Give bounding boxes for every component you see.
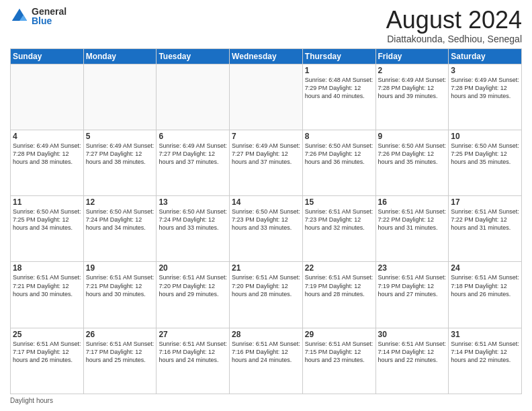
logo-general: General: [32, 7, 66, 16]
calendar-cell: 16Sunrise: 6:51 AM Sunset: 7:22 PM Dayli…: [375, 196, 449, 262]
day-number: 10: [451, 132, 519, 141]
day-info: Sunrise: 6:48 AM Sunset: 7:29 PM Dayligh…: [305, 76, 373, 100]
day-number: 17: [451, 197, 519, 207]
calendar-cell: 4Sunrise: 6:49 AM Sunset: 7:28 PM Daylig…: [11, 130, 84, 195]
calendar-cell: [83, 64, 157, 130]
day-info: Sunrise: 6:49 AM Sunset: 7:27 PM Dayligh…: [232, 142, 300, 166]
logo: General Blue: [10, 7, 66, 26]
header-tuesday: Tuesday: [157, 48, 230, 64]
calendar-cell: 1Sunrise: 6:48 AM Sunset: 7:29 PM Daylig…: [302, 64, 375, 130]
calendar-cell: 12Sunrise: 6:50 AM Sunset: 7:24 PM Dayli…: [83, 196, 157, 262]
day-number: 14: [232, 197, 300, 207]
day-number: 28: [232, 330, 300, 339]
calendar-cell: 6Sunrise: 6:49 AM Sunset: 7:27 PM Daylig…: [157, 130, 230, 195]
day-number: 31: [451, 330, 519, 339]
calendar-cell: 7Sunrise: 6:49 AM Sunset: 7:27 PM Daylig…: [230, 130, 303, 195]
calendar-cell: 31Sunrise: 6:51 AM Sunset: 7:14 PM Dayli…: [449, 328, 522, 394]
calendar-header-row: Sunday Monday Tuesday Wednesday Thursday…: [11, 48, 522, 64]
calendar-cell: 23Sunrise: 6:51 AM Sunset: 7:19 PM Dayli…: [375, 262, 449, 328]
day-number: 20: [159, 263, 227, 273]
day-info: Sunrise: 6:51 AM Sunset: 7:16 PM Dayligh…: [232, 340, 300, 364]
day-number: 11: [13, 197, 81, 207]
calendar-week-3: 18Sunrise: 6:51 AM Sunset: 7:21 PM Dayli…: [11, 262, 522, 328]
header-saturday: Saturday: [449, 48, 522, 64]
day-number: 3: [451, 66, 519, 75]
calendar-cell: 8Sunrise: 6:50 AM Sunset: 7:26 PM Daylig…: [302, 130, 375, 195]
day-info: Sunrise: 6:50 AM Sunset: 7:25 PM Dayligh…: [451, 142, 519, 166]
day-info: Sunrise: 6:51 AM Sunset: 7:16 PM Dayligh…: [159, 340, 227, 364]
calendar-cell: 25Sunrise: 6:51 AM Sunset: 7:17 PM Dayli…: [11, 328, 84, 394]
calendar-cell: 11Sunrise: 6:50 AM Sunset: 7:25 PM Dayli…: [11, 196, 84, 262]
day-info: Sunrise: 6:50 AM Sunset: 7:26 PM Dayligh…: [305, 142, 373, 166]
calendar-week-2: 11Sunrise: 6:50 AM Sunset: 7:25 PM Dayli…: [11, 196, 522, 262]
day-info: Sunrise: 6:50 AM Sunset: 7:24 PM Dayligh…: [159, 208, 227, 232]
calendar-cell: 27Sunrise: 6:51 AM Sunset: 7:16 PM Dayli…: [157, 328, 230, 394]
calendar-week-4: 25Sunrise: 6:51 AM Sunset: 7:17 PM Dayli…: [11, 328, 522, 394]
calendar-cell: 18Sunrise: 6:51 AM Sunset: 7:21 PM Dayli…: [11, 262, 84, 328]
header-sunday: Sunday: [11, 48, 84, 64]
header-monday: Monday: [83, 48, 157, 64]
day-info: Sunrise: 6:51 AM Sunset: 7:19 PM Dayligh…: [378, 273, 447, 298]
day-number: 9: [378, 132, 447, 141]
logo-blue: Blue: [32, 16, 66, 26]
calendar-title: August 2024: [386, 7, 522, 34]
calendar-cell: 21Sunrise: 6:51 AM Sunset: 7:20 PM Dayli…: [230, 262, 303, 328]
header: General Blue August 2024 Diattakounda, S…: [10, 7, 522, 44]
day-number: 24: [451, 263, 519, 273]
day-info: Sunrise: 6:49 AM Sunset: 7:28 PM Dayligh…: [451, 76, 519, 100]
day-number: 7: [232, 132, 300, 141]
day-number: 27: [159, 330, 227, 339]
calendar-cell: 20Sunrise: 6:51 AM Sunset: 7:20 PM Dayli…: [157, 262, 230, 328]
day-info: Sunrise: 6:51 AM Sunset: 7:14 PM Dayligh…: [378, 340, 447, 364]
day-info: Sunrise: 6:49 AM Sunset: 7:27 PM Dayligh…: [159, 142, 227, 166]
day-info: Sunrise: 6:49 AM Sunset: 7:27 PM Dayligh…: [86, 142, 154, 166]
day-number: 26: [86, 330, 154, 339]
calendar-cell: 14Sunrise: 6:50 AM Sunset: 7:23 PM Dayli…: [230, 196, 303, 262]
calendar-cell: 5Sunrise: 6:49 AM Sunset: 7:27 PM Daylig…: [83, 130, 157, 195]
calendar-cell: 26Sunrise: 6:51 AM Sunset: 7:17 PM Dayli…: [83, 328, 157, 394]
day-info: Sunrise: 6:51 AM Sunset: 7:15 PM Dayligh…: [305, 340, 373, 364]
day-number: 21: [232, 263, 300, 273]
calendar-cell: 9Sunrise: 6:50 AM Sunset: 7:26 PM Daylig…: [375, 130, 449, 195]
header-thursday: Thursday: [302, 48, 375, 64]
calendar-cell: 30Sunrise: 6:51 AM Sunset: 7:14 PM Dayli…: [375, 328, 449, 394]
footer: Daylight hours: [10, 397, 522, 404]
day-number: 2: [378, 66, 447, 75]
day-number: 16: [378, 197, 447, 207]
day-number: 15: [305, 197, 373, 207]
calendar-cell: [11, 64, 84, 130]
day-info: Sunrise: 6:50 AM Sunset: 7:25 PM Dayligh…: [13, 208, 81, 232]
day-info: Sunrise: 6:50 AM Sunset: 7:23 PM Dayligh…: [232, 208, 300, 232]
calendar-cell: 29Sunrise: 6:51 AM Sunset: 7:15 PM Dayli…: [302, 328, 375, 394]
calendar-cell: 15Sunrise: 6:51 AM Sunset: 7:23 PM Dayli…: [302, 196, 375, 262]
day-info: Sunrise: 6:50 AM Sunset: 7:24 PM Dayligh…: [86, 208, 154, 232]
day-info: Sunrise: 6:51 AM Sunset: 7:14 PM Dayligh…: [451, 340, 519, 364]
day-number: 6: [159, 132, 227, 141]
calendar-cell: 17Sunrise: 6:51 AM Sunset: 7:22 PM Dayli…: [449, 196, 522, 262]
day-info: Sunrise: 6:51 AM Sunset: 7:20 PM Dayligh…: [159, 273, 227, 298]
day-info: Sunrise: 6:51 AM Sunset: 7:19 PM Dayligh…: [305, 273, 373, 298]
day-info: Sunrise: 6:51 AM Sunset: 7:17 PM Dayligh…: [86, 340, 154, 364]
calendar-cell: [230, 64, 303, 130]
calendar-cell: 22Sunrise: 6:51 AM Sunset: 7:19 PM Dayli…: [302, 262, 375, 328]
calendar-cell: [157, 64, 230, 130]
calendar-cell: 3Sunrise: 6:49 AM Sunset: 7:28 PM Daylig…: [449, 64, 522, 130]
day-number: 29: [305, 330, 373, 339]
calendar-week-1: 4Sunrise: 6:49 AM Sunset: 7:28 PM Daylig…: [11, 130, 522, 195]
day-number: 30: [378, 330, 447, 339]
calendar-cell: 2Sunrise: 6:49 AM Sunset: 7:28 PM Daylig…: [375, 64, 449, 130]
day-info: Sunrise: 6:51 AM Sunset: 7:21 PM Dayligh…: [13, 273, 81, 298]
day-number: 1: [305, 66, 373, 75]
header-wednesday: Wednesday: [230, 48, 303, 64]
logo-text: General Blue: [32, 7, 66, 26]
day-info: Sunrise: 6:51 AM Sunset: 7:17 PM Dayligh…: [13, 340, 81, 364]
calendar-subtitle: Diattakounda, Sedhiou, Senegal: [386, 34, 522, 44]
title-block: August 2024 Diattakounda, Sedhiou, Seneg…: [386, 7, 522, 44]
calendar-cell: 13Sunrise: 6:50 AM Sunset: 7:24 PM Dayli…: [157, 196, 230, 262]
day-number: 4: [13, 132, 81, 141]
logo-icon: [10, 7, 29, 26]
calendar-cell: 19Sunrise: 6:51 AM Sunset: 7:21 PM Dayli…: [83, 262, 157, 328]
day-info: Sunrise: 6:51 AM Sunset: 7:23 PM Dayligh…: [305, 208, 373, 232]
footer-label: Daylight hours: [10, 397, 53, 404]
day-number: 22: [305, 263, 373, 273]
